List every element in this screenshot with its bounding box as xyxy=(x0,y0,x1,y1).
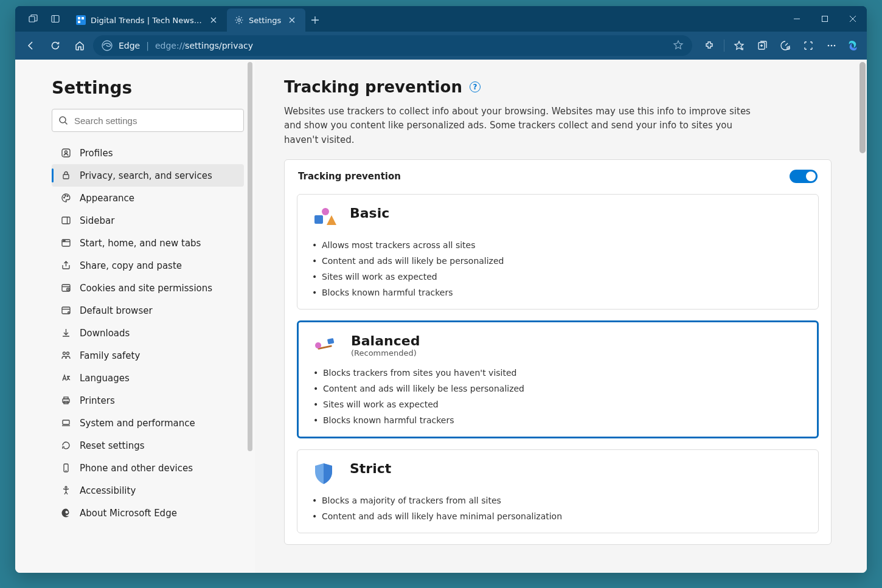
nav-downloads[interactable]: Downloads xyxy=(52,322,244,344)
nav-about[interactable]: About Microsoft Edge xyxy=(52,502,244,524)
nav-phone[interactable]: Phone and other devices xyxy=(52,457,244,479)
svg-point-50 xyxy=(315,342,321,348)
svg-rect-39 xyxy=(64,397,68,399)
family-icon xyxy=(60,350,71,361)
nav-accessibility[interactable]: Accessibility xyxy=(52,479,244,502)
sidebar-scrollbar[interactable] xyxy=(248,62,252,570)
favorite-icon[interactable] xyxy=(673,40,684,52)
extensions-icon[interactable] xyxy=(698,35,720,57)
search-field[interactable] xyxy=(74,116,237,126)
svg-rect-8 xyxy=(822,16,828,22)
settings-main: Tracking prevention ? Websites use track… xyxy=(255,60,867,573)
collections-icon[interactable] xyxy=(751,35,773,57)
svg-point-23 xyxy=(67,196,68,197)
svg-rect-5 xyxy=(82,17,84,19)
lock-icon xyxy=(60,170,71,181)
card-title: Balanced xyxy=(351,333,420,348)
card-strict[interactable]: Strict Blocks a majority of trackers fro… xyxy=(297,449,819,533)
copilot-icon[interactable] xyxy=(844,36,862,55)
close-icon[interactable] xyxy=(286,14,298,26)
svg-point-36 xyxy=(63,352,65,355)
maximize-button[interactable] xyxy=(811,7,839,30)
nav-family[interactable]: Family safety xyxy=(52,344,244,367)
tab-digital-trends[interactable]: Digital Trends | Tech News, Reviews xyxy=(69,9,227,32)
sidebar-icon xyxy=(60,215,71,226)
card-balanced[interactable]: Balanced (Recommended) Blocks trackers f… xyxy=(297,320,819,438)
svg-point-44 xyxy=(65,486,67,488)
edge-logo-icon xyxy=(60,508,71,519)
svg-point-16 xyxy=(834,45,836,47)
close-button[interactable] xyxy=(839,7,867,30)
nav-appearance[interactable]: Appearance xyxy=(52,187,244,209)
tracking-panel: Tracking prevention Basic Allows mo xyxy=(284,159,832,545)
url-path: settings/privacy xyxy=(185,41,253,50)
address-bar[interactable]: Edge | edge://settings/privacy xyxy=(93,35,692,56)
favorites-icon[interactable] xyxy=(728,35,750,57)
minimize-button[interactable] xyxy=(783,7,811,30)
download-icon xyxy=(60,328,71,339)
nav-default-browser[interactable]: Default browser xyxy=(52,299,244,322)
svg-point-15 xyxy=(831,45,833,47)
profile-icon xyxy=(60,148,71,159)
help-icon[interactable]: ? xyxy=(470,81,481,92)
browser-window: Digital Trends | Tech News, Reviews Sett… xyxy=(15,6,867,573)
tab-strip: Digital Trends | Tech News, Reviews Sett… xyxy=(15,6,867,32)
more-icon[interactable] xyxy=(821,35,842,57)
strict-icon xyxy=(311,461,336,486)
main-scrollbar[interactable] xyxy=(859,62,866,153)
card-bullets: Blocks a majority of trackers from all s… xyxy=(311,493,805,524)
nav-sidebar[interactable]: Sidebar xyxy=(52,209,244,232)
card-basic[interactable]: Basic Allows most trackers across all si… xyxy=(297,194,819,310)
sidebar-title: Settings xyxy=(52,78,244,98)
tab-label: Settings xyxy=(249,16,281,25)
svg-rect-1 xyxy=(52,16,59,22)
workspaces-icon[interactable] xyxy=(24,9,43,29)
close-icon[interactable] xyxy=(207,14,220,26)
nav-cookies[interactable]: Cookies and site permissions xyxy=(52,277,244,299)
svg-point-28 xyxy=(63,240,63,241)
search-input[interactable] xyxy=(52,109,244,132)
nav-share[interactable]: Share, copy and paste xyxy=(52,254,244,277)
cookie-icon xyxy=(60,283,71,294)
nav-printers[interactable]: Printers xyxy=(52,389,244,412)
nav-profiles[interactable]: Profiles xyxy=(52,142,244,164)
nav-reset[interactable]: Reset settings xyxy=(52,434,244,457)
svg-point-45 xyxy=(322,208,329,215)
svg-point-22 xyxy=(64,195,66,196)
nav-privacy[interactable]: Privacy, search, and services xyxy=(52,164,244,187)
site-favicon xyxy=(76,15,86,25)
content-area: Settings Profiles Privacy, search, and s… xyxy=(15,60,867,573)
svg-point-7 xyxy=(238,19,240,21)
svg-rect-0 xyxy=(29,16,35,22)
home-button[interactable] xyxy=(69,35,91,57)
card-bullets: Blocks trackers from sites you haven't v… xyxy=(312,365,804,428)
svg-rect-46 xyxy=(314,215,323,224)
svg-point-21 xyxy=(63,197,64,198)
page-description: Websites use trackers to collect info ab… xyxy=(284,105,759,147)
gear-icon xyxy=(234,15,244,25)
tracking-toggle[interactable] xyxy=(790,170,818,183)
url-scheme: edge:// xyxy=(155,41,185,50)
separator: | xyxy=(146,41,149,50)
svg-point-29 xyxy=(64,240,64,241)
screenshot-icon[interactable] xyxy=(797,35,819,57)
svg-point-37 xyxy=(66,352,69,355)
refresh-button[interactable] xyxy=(44,35,66,57)
nav-start[interactable]: Start, home, and new tabs xyxy=(52,232,244,254)
back-button[interactable] xyxy=(20,35,42,57)
tab-label: Digital Trends | Tech News, Reviews xyxy=(91,16,203,25)
svg-rect-3 xyxy=(76,15,86,25)
edge-icon xyxy=(102,40,113,51)
performance-icon[interactable] xyxy=(774,35,796,57)
new-tab-button[interactable] xyxy=(305,9,325,32)
card-bullets: Allows most trackers across all sites Co… xyxy=(311,237,805,300)
page-title: Tracking prevention ? xyxy=(284,78,832,96)
nav-languages[interactable]: Languages xyxy=(52,367,244,389)
nav-system[interactable]: System and performance xyxy=(52,412,244,434)
tab-settings[interactable]: Settings xyxy=(227,9,305,32)
tab-actions-icon[interactable] xyxy=(46,9,65,29)
svg-point-17 xyxy=(60,117,66,123)
laptop-icon xyxy=(60,418,71,429)
settings-nav: Profiles Privacy, search, and services A… xyxy=(52,142,244,524)
svg-rect-24 xyxy=(62,217,70,224)
